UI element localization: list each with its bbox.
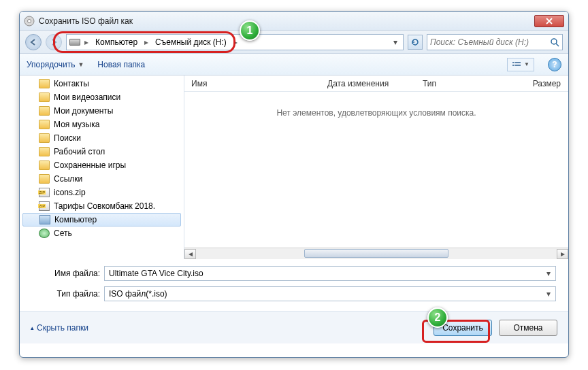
tree-item[interactable]: Мои видеозаписи (20, 90, 184, 104)
col-type[interactable]: Тип (416, 79, 491, 88)
col-modified[interactable]: Дата изменения (321, 79, 416, 88)
filename-value: Ultimate GTA Vice City.iso (109, 269, 203, 278)
folder-icon (39, 161, 50, 170)
scroll-right-button[interactable]: ▸ (557, 249, 568, 259)
new-folder-button[interactable]: Новая папка (97, 60, 145, 69)
scroll-left-button[interactable]: ◂ (184, 249, 196, 259)
organize-button[interactable]: Упорядочить ▼ (27, 60, 84, 69)
search-icon[interactable] (550, 37, 559, 47)
folder-tree[interactable]: КонтактыМои видеозаписиМои документыМоя … (20, 75, 184, 259)
cancel-button[interactable]: Отмена (499, 320, 557, 336)
dropdown-icon[interactable]: ▾ (543, 268, 554, 279)
svg-point-1 (28, 19, 31, 22)
tree-item-label: Компьютер (54, 215, 97, 224)
tree-item[interactable]: Сеть (20, 226, 184, 240)
toolbar: Упорядочить ▼ Новая папка ▼ ? (20, 54, 568, 75)
dropdown-icon[interactable]: ▾ (391, 37, 400, 47)
chevron-up-icon: ▴ (31, 324, 34, 331)
zip-icon (39, 188, 50, 197)
refresh-button[interactable] (408, 35, 423, 50)
chevron-down-icon: ▼ (78, 61, 84, 68)
address-bar[interactable]: ▸ Компьютер ▸ Съемный диск (H:) ▸ ▾ (66, 34, 404, 50)
tree-item-label: Сохраненные игры (54, 161, 126, 170)
filetype-select[interactable]: ISO файл(*.iso) ▾ (104, 286, 556, 301)
tree-item[interactable]: Мои документы (20, 104, 184, 118)
filename-input[interactable]: Ultimate GTA Vice City.iso ▾ (104, 266, 556, 281)
filetype-label: Тип файла: (47, 289, 100, 299)
tree-item-label: Мои документы (54, 106, 113, 116)
close-button[interactable] (534, 15, 564, 27)
tree-item-label: Поиски (54, 133, 81, 143)
svg-rect-4 (515, 62, 521, 63)
folder-icon (39, 147, 50, 156)
filetype-value: ISO файл(*.iso) (109, 289, 167, 299)
address-row: ▸ Компьютер ▸ Съемный диск (H:) ▸ ▾ (20, 31, 568, 54)
form-area: Имя файла: Ultimate GTA Vice City.iso ▾ … (20, 259, 568, 311)
svg-point-2 (551, 39, 557, 44)
body: КонтактыМои видеозаписиМои документыМоя … (20, 75, 568, 259)
chevron-icon: ▸ (143, 37, 150, 47)
folder-icon (39, 79, 50, 88)
tree-item[interactable]: Рабочий стол (20, 145, 184, 158)
breadcrumb-computer[interactable]: Компьютер (93, 37, 140, 47)
tree-item[interactable]: Тарифы Совкомбанк 2018. (20, 199, 184, 213)
column-headers[interactable]: Имя Дата изменения Тип Размер (184, 75, 568, 92)
save-dialog-window: Сохранить ISO файл как ▸ Компьютер ▸ Съе… (19, 11, 569, 358)
tree-item[interactable]: Контакты (20, 77, 184, 90)
folder-icon (39, 133, 50, 143)
scroll-track[interactable] (196, 249, 557, 259)
svg-rect-6 (515, 65, 521, 66)
file-list-area: Имя Дата изменения Тип Размер Нет элемен… (184, 75, 568, 259)
net-icon (39, 229, 50, 238)
folder-icon (39, 106, 50, 116)
pc-icon (39, 215, 50, 224)
tree-item-label: Мои видеозаписи (54, 92, 120, 102)
svg-rect-3 (512, 62, 514, 63)
tree-item[interactable]: Сохраненные игры (20, 158, 184, 172)
app-icon (24, 16, 35, 27)
annotation-badge-2: 2 (427, 307, 448, 328)
col-name[interactable]: Имя (184, 79, 321, 88)
back-button[interactable] (25, 34, 42, 50)
col-size[interactable]: Размер (491, 79, 568, 88)
view-options-button[interactable]: ▼ (507, 58, 534, 71)
tree-item[interactable]: Ссылки (20, 172, 184, 186)
tree-item-label: Ссылки (54, 174, 82, 184)
tree-item[interactable]: Моя музыка (20, 118, 184, 131)
horizontal-scrollbar[interactable]: ◂ ▸ (184, 248, 568, 259)
tree-item-label: Контакты (54, 79, 89, 88)
breadcrumb-drive[interactable]: Съемный диск (H:) (152, 37, 229, 47)
chevron-icon: ▸ (83, 37, 90, 47)
footer: ▴ Скрыть папки Сохранить Отмена (20, 311, 568, 343)
help-button[interactable]: ? (548, 58, 561, 71)
hide-folders-button[interactable]: ▴ Скрыть папки (31, 323, 88, 333)
filename-label: Имя файла: (47, 269, 100, 278)
tree-item[interactable]: Компьютер (22, 213, 181, 226)
tree-item-label: Сеть (54, 229, 72, 238)
tree-item[interactable]: Поиски (20, 131, 184, 145)
search-box[interactable] (427, 34, 563, 50)
tree-item-label: Рабочий стол (54, 147, 105, 156)
annotation-badge-1: 1 (240, 20, 260, 41)
dropdown-icon[interactable]: ▾ (543, 288, 554, 299)
search-input[interactable] (430, 37, 550, 47)
window-title: Сохранить ISO файл как (39, 16, 534, 26)
folder-icon (39, 120, 50, 129)
forward-button[interactable] (46, 34, 62, 50)
empty-message: Нет элементов, удовлетворяющих условиям … (184, 92, 568, 248)
svg-rect-5 (512, 65, 514, 66)
chevron-icon: ▸ (232, 37, 239, 47)
zip-icon (39, 201, 50, 211)
tree-item-label: icons.zip (54, 188, 86, 197)
scroll-thumb[interactable] (304, 249, 448, 258)
titlebar[interactable]: Сохранить ISO файл как (20, 12, 568, 31)
folder-icon (39, 92, 50, 102)
tree-item[interactable]: icons.zip (20, 186, 184, 199)
drive-icon (69, 39, 80, 46)
folder-icon (39, 174, 50, 184)
tree-item-label: Моя музыка (54, 120, 99, 129)
tree-item-label: Тарифы Совкомбанк 2018. (54, 201, 155, 211)
